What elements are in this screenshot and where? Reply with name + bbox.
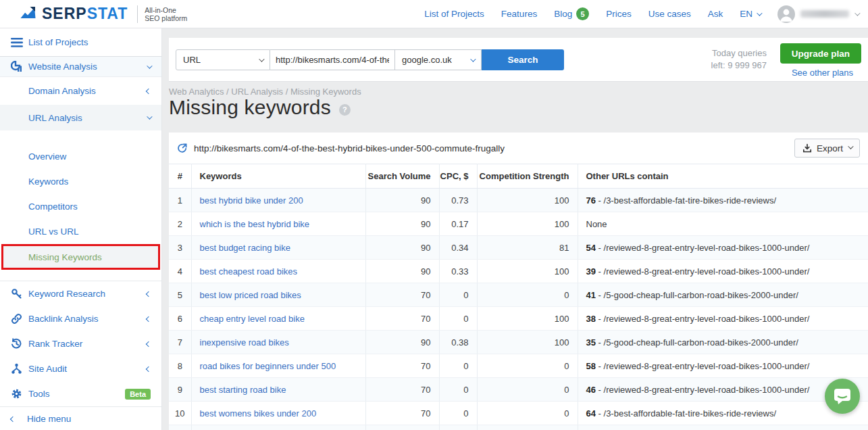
nav-list-of-projects[interactable]: List of Projects <box>424 9 484 19</box>
cpc-cell: 0.33 <box>439 260 477 283</box>
column-header-competition: Competition Strength <box>477 164 578 189</box>
row-number: 2 <box>169 212 191 236</box>
sidebar-item-list-of-projects[interactable]: List of Projects <box>0 28 161 57</box>
chevron-left-icon <box>146 88 151 93</box>
keyword-link[interactable]: best womens bikes under 200 <box>200 408 317 419</box>
export-button[interactable]: Export <box>794 139 860 158</box>
row-number: 10 <box>169 402 191 425</box>
table-row: 6 cheap entry level road bike 70 0 100 3… <box>169 307 868 331</box>
sidebar-item-overview[interactable]: Overview <box>0 144 161 169</box>
chevron-left-icon <box>10 416 16 421</box>
chevron-down-icon <box>757 10 762 16</box>
competition-cell: 100 <box>477 212 578 236</box>
sidebar-item-backlink-analysis[interactable]: Backlink Analysis <box>0 306 161 331</box>
chat-widget-button[interactable] <box>825 379 860 414</box>
sidebar-item-missing-keywords[interactable]: Missing Keywords <box>28 252 102 262</box>
nav-blog[interactable]: Blog 5 <box>554 7 589 20</box>
help-icon[interactable]: ? <box>339 104 351 116</box>
row-number: 8 <box>169 354 191 378</box>
queries-quota: Today queries left: 9 999 967 <box>711 47 767 72</box>
table-row: 4 best cheapest road bikes 90 0.33 100 3… <box>169 260 868 283</box>
search-type-select[interactable]: URL <box>176 49 270 70</box>
search-volume-cell: 90 <box>365 212 439 236</box>
language-selector[interactable]: EN <box>740 9 761 19</box>
sidebar-item-keyword-research[interactable]: Keyword Research <box>0 281 161 306</box>
nav-use-cases[interactable]: Use cases <box>648 9 691 19</box>
blog-count-badge: 5 <box>576 7 589 20</box>
logo[interactable]: SERPSTAT All-in-OneSEO platform <box>0 5 203 23</box>
sidebar-item-url-analysis[interactable]: URL Analysis <box>0 105 161 130</box>
column-header-search-volume: Search Volume <box>365 164 439 189</box>
chevron-left-icon <box>146 366 151 371</box>
table-row: 10 best womens bikes under 200 70 0 0 64… <box>169 402 868 425</box>
nav-features[interactable]: Features <box>501 9 537 19</box>
download-icon <box>802 143 812 153</box>
see-other-plans-link[interactable]: See other plans <box>792 68 853 78</box>
row-number: 7 <box>169 331 191 354</box>
competition-cell: 100 <box>477 189 578 212</box>
search-engine-select[interactable]: google.co.uk <box>395 49 482 70</box>
keyword-link[interactable]: cheap entry level road bike <box>200 314 305 324</box>
avatar <box>777 5 795 23</box>
competition-cell: 100 <box>477 260 578 283</box>
competition-cell: 100 <box>477 307 578 331</box>
column-header-cpc: CPC, $ <box>439 164 477 189</box>
sidebar-item-tools[interactable]: Tools Beta <box>0 381 161 406</box>
sidebar-item-url-vs-url[interactable]: URL vs URL <box>0 219 161 244</box>
table-row-partial <box>169 425 868 430</box>
gear-icon <box>11 388 28 400</box>
sidebar-item-domain-analysis[interactable]: Domain Analysis <box>0 77 161 105</box>
nav-prices[interactable]: Prices <box>606 9 632 19</box>
sidebar-item-rank-tracker[interactable]: Rank Tracker <box>0 331 161 356</box>
history-clock-icon <box>11 338 28 350</box>
chevron-left-icon <box>146 341 151 346</box>
keyword-cell: road bikes for beginners under 500 <box>191 354 365 378</box>
upgrade-plan-button[interactable]: Upgrade plan <box>780 43 861 64</box>
cpc-cell: 0 <box>439 283 477 307</box>
sidebar: List of Projects Website Analysis Domain… <box>0 28 162 430</box>
keyword-link[interactable]: best budget racing bike <box>200 243 290 253</box>
keyword-cell: best cheapest road bikes <box>191 260 365 283</box>
link-icon <box>11 313 28 325</box>
keyword-link[interactable]: best low priced road bikes <box>200 290 301 300</box>
missing-keywords-highlight[interactable]: Missing Keywords <box>1 244 160 270</box>
nav-ask[interactable]: Ask <box>708 9 723 19</box>
column-header-num: # <box>169 164 191 189</box>
keyword-link[interactable]: road bikes for beginners under 500 <box>200 361 336 371</box>
sidebar-item-site-audit[interactable]: Site Audit <box>0 356 161 381</box>
search-button[interactable]: Search <box>482 49 564 70</box>
sitemap-icon <box>11 363 28 375</box>
keyword-link[interactable]: best cheapest road bikes <box>200 266 298 277</box>
sidebar-item-competitors[interactable]: Competitors <box>0 194 161 219</box>
breadcrumb[interactable]: Web Analytics / URL Analysis / Missing K… <box>169 87 361 97</box>
keyword-cell: cheap entry level road bike <box>191 307 365 331</box>
cpc-cell: 0.17 <box>439 212 477 236</box>
chevron-down-icon <box>147 114 152 119</box>
table-row: 5 best low priced road bikes 70 0 0 41 -… <box>169 283 868 307</box>
search-volume-cell: 90 <box>365 260 439 283</box>
table-row: 3 best budget racing bike 90 0.34 81 54 … <box>169 236 868 260</box>
keyword-link[interactable]: inexpensive road bikes <box>200 337 289 348</box>
keyword-cell: best low priced road bikes <box>191 283 365 307</box>
keyword-link[interactable]: best starting road bike <box>200 385 286 395</box>
chevron-down-icon <box>470 56 476 62</box>
search-volume-cell: 90 <box>365 331 439 354</box>
sidebar-spacer <box>0 130 161 144</box>
page-title: Missing keywords <box>169 96 331 119</box>
column-header-keywords: Keywords <box>191 164 365 189</box>
keyword-link[interactable]: which is the best hybrid bike <box>200 219 310 229</box>
page-title-row: Missing keywords ? <box>169 96 351 119</box>
user-menu[interactable] <box>777 5 859 23</box>
search-input[interactable] <box>270 49 395 70</box>
column-header-other-urls: Other URLs contain <box>578 164 868 189</box>
cpc-cell: 0 <box>439 354 477 378</box>
competition-cell: 100 <box>477 331 578 354</box>
sidebar-item-keywords[interactable]: Keywords <box>0 169 161 194</box>
sidebar-item-hide-menu[interactable]: Hide menu <box>0 406 161 430</box>
logo-divider <box>137 5 138 23</box>
sidebar-item-website-analysis[interactable]: Website Analysis <box>0 57 161 77</box>
search-volume-cell: 90 <box>365 189 439 212</box>
analyzed-url[interactable]: http://bikesmarts.com/4-of-the-best-hybr… <box>194 143 505 153</box>
table-row: 9 best starting road bike 70 0 0 46 - /r… <box>169 378 868 402</box>
keyword-link[interactable]: best hybrid bike under 200 <box>200 195 303 206</box>
